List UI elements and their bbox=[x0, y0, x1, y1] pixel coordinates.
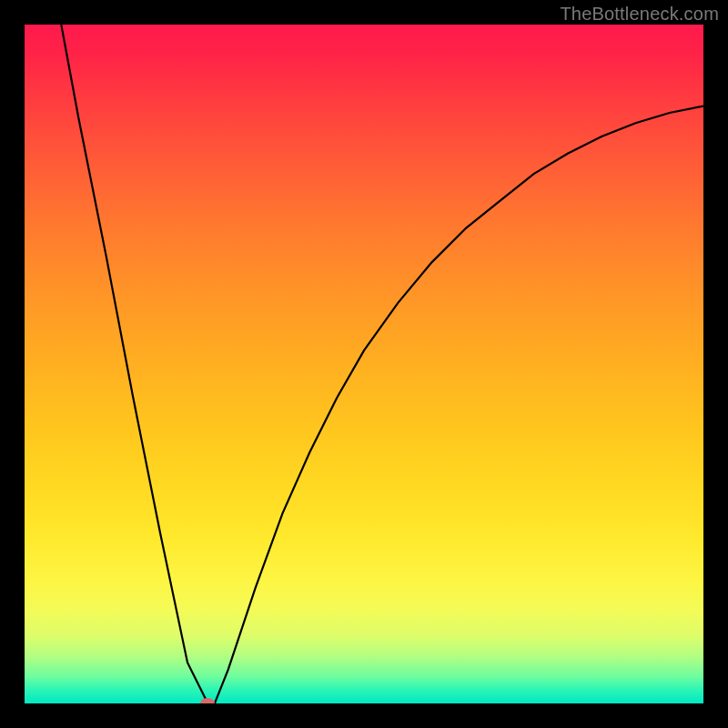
watermark-text: TheBottleneck.com bbox=[560, 4, 719, 25]
bottleneck-curve bbox=[25, 25, 703, 703]
optimum-marker bbox=[200, 698, 215, 703]
plot-area bbox=[25, 25, 703, 703]
chart-frame: TheBottleneck.com bbox=[0, 0, 728, 728]
